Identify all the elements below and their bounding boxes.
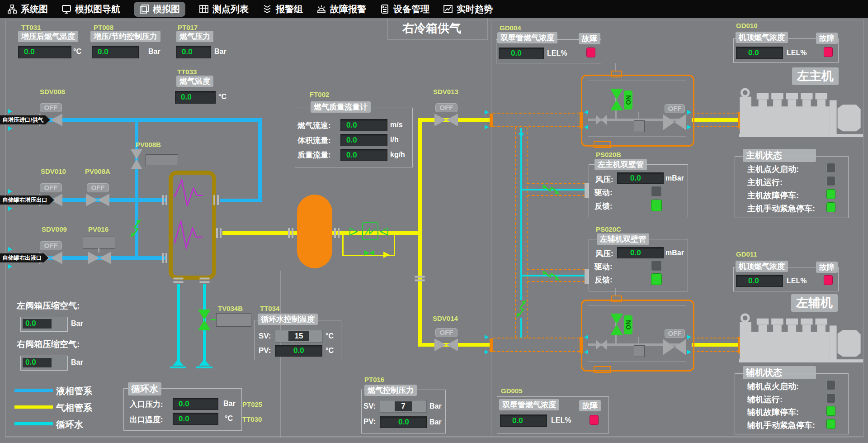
annulus-arrow-icon [485, 125, 489, 129]
gvu-vent-stub [615, 63, 616, 71]
scada-simulation-page: 系统图 模拟图导航 模拟图 测点列表 报警组 故障报警 设备管理 实时趋势 [0, 0, 868, 443]
valve-readout-tv034b [216, 313, 251, 327]
menu-item-label: 模拟图 [153, 3, 180, 15]
monitor-icon [61, 4, 71, 14]
annulus-arrow-icon [485, 350, 489, 354]
cooling-row-label: 出口温度: [130, 414, 163, 425]
gvu-main-block-valve[interactable] [663, 114, 686, 130]
status-indicator [826, 393, 835, 403]
flange-port [333, 228, 340, 238]
pipe-coupling [490, 114, 493, 127]
flow-arrow-icon [8, 264, 12, 269]
flange-port [415, 275, 425, 282]
ps020c-pressure-label: 风压: [595, 248, 613, 259]
air-left-value-box: 0.0 [20, 317, 68, 332]
air-left-value: 0.0 [23, 319, 52, 329]
gvu-regulator-stem [638, 337, 639, 345]
instrument-label-pt025: PT025 [242, 400, 262, 408]
gvu-regulator-stem [638, 112, 639, 120]
valve-sdv014[interactable] [434, 338, 458, 351]
pt016-pv-label: PV: [363, 417, 376, 426]
valve-state-sdv013: OFF [435, 103, 458, 112]
ft002-name: 燃气质量流量计 [311, 101, 371, 113]
air-right-label: 右阀箱压缩空气: [17, 338, 80, 350]
ps020b-drive-indicator [651, 186, 662, 197]
double-wall-pipe [693, 126, 738, 127]
flange-port [212, 195, 219, 205]
legend-swatch-cooling [14, 422, 53, 425]
menu-item-label: 设备管理 [393, 3, 429, 15]
grid-line [5, 436, 863, 437]
menu-item-system-diagram[interactable]: 系统图 [7, 3, 48, 15]
menu-item-alarm-group[interactable]: 报警组 [262, 3, 303, 15]
pt016-sv-input[interactable]: 7 [380, 400, 427, 413]
menu-item-label: 故障报警 [330, 3, 366, 15]
legend-label: 液相管系 [56, 385, 92, 397]
gas-buffer-tank[interactable] [297, 195, 332, 268]
menu-item-label: 模拟图导航 [75, 3, 120, 15]
menu-item-simulation-diagram[interactable]: 模拟图 [134, 2, 185, 17]
aux-status-title: 辅机状态 [743, 366, 816, 379]
tt034-name: 循环水控制温度 [258, 314, 318, 325]
valve-sdv013[interactable] [434, 114, 458, 126]
instrument-label-tt034: TT034 [260, 305, 279, 312]
inlet-tag-pressurize-outlet: 自储罐右增压出口 [0, 195, 54, 205]
gvu-main-vent-valve[interactable] [610, 89, 623, 110]
annulus-air-line [520, 318, 522, 338]
gvu-aux-block-valve[interactable] [663, 339, 686, 355]
gd010-value: 0.0 [736, 47, 783, 59]
legend-swatch-liquid [14, 389, 53, 392]
menu-item-device-management[interactable]: 设备管理 [380, 3, 429, 15]
gd004-fault-label: 故障 [579, 33, 600, 44]
instrument-label-pt008: PT008 [94, 24, 113, 31]
flow-arrow-icon [8, 189, 12, 194]
ps020c-drive-label: 驱动: [594, 262, 613, 272]
status-row-label: 主机手动紧急停车: [747, 203, 815, 214]
double-wall-pipe [493, 126, 580, 127]
ft002-row-label: 燃气流速: [297, 120, 331, 131]
main-engine-tag: 左主机 [792, 67, 839, 85]
double-wall-pipe [693, 351, 738, 352]
valve-pv008a[interactable] [86, 194, 109, 206]
annulus-air-line [520, 128, 522, 300]
menu-item-label: 系统图 [21, 3, 48, 15]
inlet-tag-liquid-outlet: 自储罐右出液口 [0, 253, 49, 262]
bypass-valve-icon [364, 249, 376, 257]
gd005-value: 0.0 [500, 414, 547, 427]
status-indicator [826, 406, 835, 416]
valve-pv008b[interactable] [131, 149, 142, 169]
instrument-value-pt008: 0.0 [92, 46, 139, 58]
valve-tv034b[interactable] [198, 310, 211, 330]
pipe-coupling [490, 338, 493, 352]
instrument-label-tt030: TT030 [242, 415, 262, 423]
gvu-aux-vent-valve[interactable] [610, 314, 623, 335]
instrument-name-pt008: 增压/节约控制压力 [90, 31, 160, 42]
valve-pv016[interactable] [88, 252, 111, 264]
menu-item-sim-navigation[interactable]: 模拟图导航 [61, 3, 120, 15]
gd005-name: 双壁管燃气浓度 [499, 399, 559, 410]
cooling-water-name: 循环水 [128, 382, 161, 395]
valve-stem [211, 319, 216, 320]
tt034-sv-input[interactable]: 15 [275, 330, 323, 343]
switch-label-ps020b: PS020B [596, 151, 621, 158]
gd005-fault-indicator [590, 415, 599, 425]
menu-item-point-list[interactable]: 测点列表 [199, 3, 249, 15]
switch-label-ps020c: PS020C [596, 225, 621, 233]
instrument-unit: Bar [214, 48, 226, 56]
status-row-label: 主机故障停车: [747, 190, 799, 201]
gvu-filter-icon [596, 115, 607, 125]
annulus-branch [528, 183, 585, 184]
status-indicator [826, 189, 835, 199]
valve-readout-pv008b [146, 154, 178, 166]
page-title: 右冷箱供气 [402, 20, 461, 36]
tt034-pv-value: 0.0 [275, 345, 322, 357]
status-row-label: 辅机点火启动: [747, 381, 799, 392]
double-wall-pipe [693, 338, 738, 338]
tt034-sv-value: 15 [288, 331, 310, 341]
menu-item-realtime-trend[interactable]: 实时趋势 [443, 3, 493, 15]
menu-item-fault-alarm[interactable]: 故障报警 [316, 3, 366, 15]
gvu-aux-vent-state: ON [624, 315, 632, 334]
ft002-row-value: 0.0 [340, 119, 387, 131]
ps020c-name: 左辅机双壁管 [597, 233, 649, 245]
ft002-row-label: 体积流量: [297, 135, 331, 146]
